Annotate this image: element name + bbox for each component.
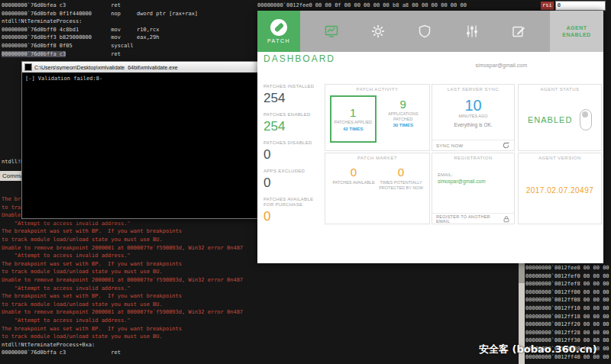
- panel-title: REGISTRATION: [432, 156, 514, 160]
- console-titlebar[interactable]: C:\Users\symeon\Desktop\xmlvalidate_64bi…: [22, 62, 257, 72]
- market-available-value: 0: [351, 166, 357, 179]
- panel-title: LAST SERVER SYNC: [432, 87, 514, 92]
- debugger-output-line: ntdll!NtTerminateProcess+0xa:: [2, 341, 243, 350]
- disasm-line: 00000000`76d0bff8 0f05 syscall: [2, 42, 198, 50]
- agent-version-panel: AGENT VERSION 2017.02.07.20497: [518, 153, 602, 224]
- market-patches-available: 0 PATCHES AVAILABLE: [331, 166, 377, 190]
- stat-label: PATCHES AVAILABLE FOR PURCHASE: [263, 197, 323, 208]
- debugger-output-line: to track module load/unload state you mu…: [2, 236, 243, 244]
- debugger-output-line: to track module load/unload state you mu…: [2, 301, 243, 309]
- sliders-icon[interactable]: [464, 24, 480, 39]
- memory-dump-line: 00000000`0012ff18 00 00 00 00 00: [525, 313, 611, 321]
- market-available-label: PATCHES AVAILABLE: [332, 180, 374, 185]
- page-title: DASHBOARD: [263, 53, 335, 64]
- debugger-command-output: The breakpoint was set with BP. If you w…: [2, 195, 243, 357]
- stat-label: PATCHES INSTALLED: [263, 84, 323, 89]
- registration-panel: REGISTRATION EMAIL: simospar@gmail.com R…: [432, 153, 515, 224]
- applications-patched-box: 9 APPLICATIONS PATCHED 30 TIMES: [382, 95, 425, 127]
- registration-footer: REGISTER TO ANOTHER EMAIL: [432, 213, 514, 224]
- registration-email: simospar@gmail.com: [438, 179, 509, 184]
- stats-column: PATCHES INSTALLED 254 PATCHES ENABLED 25…: [263, 84, 323, 230]
- console-window: C:\Users\symeon\Desktop\xmlvalidate_64bi…: [21, 61, 258, 219]
- register-name: rsi: [541, 2, 554, 10]
- register-another-email-button[interactable]: REGISTER TO ANOTHER EMAIL: [436, 214, 503, 224]
- watermark: 安全客 (bobao.360.cn): [479, 343, 597, 356]
- memory-top-line: 00000000`0012fee0 00 00 0f 00 00 00 00 0…: [257, 2, 538, 10]
- applications-patched-label: APPLICATIONS PATCHED: [382, 111, 425, 121]
- memory-dump-line: 00000000`0012fef8 00 00 00 00 00: [525, 280, 611, 288]
- register-icon[interactable]: [511, 24, 526, 39]
- market-protected-value: 0: [398, 166, 404, 179]
- applications-patched-times: 30 TIMES: [393, 123, 413, 127]
- debugger-output-line: Unable to remove breakpoint 2000001 at 0…: [2, 308, 243, 317]
- lock-icon: [503, 212, 510, 226]
- stat-patches-installed: PATCHES INSTALLED 254: [263, 84, 323, 105]
- registration-email-label: EMAIL:: [438, 172, 509, 177]
- disassembly-view: 00000000`76d0bfea c3 ret 00000000`76d0bf…: [2, 2, 198, 58]
- patch-market-body: 0 PATCHES AVAILABLE 0 TIMES POTENTIALLY …: [325, 160, 429, 190]
- agent-status-panel: AGENT STATUS ENABLED: [518, 84, 602, 151]
- agent-status-toggle[interactable]: [580, 109, 592, 130]
- shield-icon[interactable]: [417, 24, 432, 39]
- refresh-icon[interactable]: [502, 139, 510, 153]
- disasm-symbol-line: ntdll!NtTerminateProcess:: [2, 18, 198, 26]
- patch-market-panel: PATCH MARKET 0 PATCHES AVAILABLE 0 TIMES…: [325, 153, 430, 224]
- opatch-agent-window: PATCH AGENT ENABLED DASHBOARD simospar@g: [257, 11, 603, 263]
- debugger-output-line: Unable to remove breakpoint 2000001 at 0…: [2, 276, 243, 285]
- agent-status-body: ENABLED: [519, 92, 601, 148]
- stat-apps-excluded: APPS EXCLUDED 0: [263, 169, 323, 190]
- market-protected-label: TIMES POTENTIALLY PROTECTED BY NOW: [378, 180, 424, 190]
- disasm-current-line: 00000000`76d0bffa c3 ret: [2, 50, 198, 59]
- disasm-selection: 00000000`76d0bffa c3: [2, 51, 66, 57]
- memory-dump-line: 00000000`0012ff08 00 00 00 00 00: [525, 296, 611, 304]
- sync-footer: SYNC NOW: [432, 140, 514, 150]
- console-output-line: [-] Validation failed:8-: [25, 75, 254, 83]
- registration-body: EMAIL: simospar@gmail.com: [432, 172, 514, 184]
- debugger-output-line: to track module load/unload state you mu…: [2, 268, 243, 276]
- patches-applied-value: 1: [350, 107, 356, 119]
- stat-patches-enabled: PATCHES ENABLED 254: [263, 112, 323, 134]
- patches-applied-times: 42 TIMES: [343, 127, 364, 131]
- market-times-protected: 0 TIMES POTENTIALLY PROTECTED BY NOW: [378, 166, 424, 190]
- stat-label: PATCHES ENABLED: [263, 112, 323, 118]
- console-output: [-] Validation failed:8-: [22, 72, 257, 85]
- stat-value: 0: [263, 209, 323, 224]
- debugger-output-line: "Attempt to access invalid address.": [2, 317, 243, 325]
- debugger-output-line: The breakpoint was set with BP. If you w…: [2, 227, 243, 236]
- agent-enabled-badge-line2: ENABLED: [562, 31, 590, 38]
- agent-status-value: ENABLED: [528, 115, 572, 124]
- applications-patched-value: 9: [400, 98, 406, 111]
- sync-minutes-value: 10: [432, 98, 514, 113]
- dashboard-chart-icon[interactable]: [324, 24, 339, 39]
- register-pane: rsi 0: [541, 1, 606, 11]
- debugger-output-line: Unable to remove breakpoint 2000001 at 0…: [2, 244, 243, 253]
- patches-applied-box: 1 PATCHES APPLIED 42 TIMES: [330, 95, 377, 143]
- agent-enabled-badge[interactable]: AGENT ENABLED: [550, 11, 603, 52]
- debugger-output-line: The breakpoint was set with BP. If you w…: [2, 325, 243, 333]
- memory-dump-line: 00000000`0012fef0 00 00 00 00 00: [525, 272, 611, 281]
- command-window-tab[interactable]: Command: [0, 171, 24, 181]
- sync-minutes-unit: MINUTES AGO: [432, 114, 514, 118]
- patch-logo-tile[interactable]: PATCH: [257, 11, 300, 52]
- stat-patches-available-purchase: PATCHES AVAILABLE FOR PURCHASE 0: [263, 197, 323, 224]
- patch-logo-icon: [270, 19, 287, 36]
- disasm-line: 00000000`76d0bfea c3 ret: [2, 2, 198, 10]
- memory-dump-line: 00000000`0012fee8 00 00 00 00 00: [525, 264, 611, 272]
- stat-label: PATCHES DISABLED: [263, 140, 323, 146]
- memory-dump-line: 00000000`0012ff00 00 00 00 00 00: [525, 288, 611, 297]
- debugger-output-line: The breakpoint was set with BP. If you w…: [2, 292, 243, 301]
- sync-now-button[interactable]: SYNC NOW: [436, 143, 463, 148]
- disasm-line: 00000000`76d0bff3 b829000000 mov eax,29h: [2, 34, 198, 42]
- debugger-output-line: to track module load/unload state you mu…: [2, 333, 243, 341]
- patch-activity-panel: PATCH ACTIVITY 1 PATCHES APPLIED 42 TIME…: [325, 84, 430, 151]
- register-value-field[interactable]: 0: [555, 1, 606, 11]
- memory-scrollbar-thumb[interactable]: [519, 263, 525, 283]
- debugger-output-line: "Attempt to access invalid address.": [2, 220, 243, 228]
- stat-value: 254: [263, 91, 323, 105]
- debugger-output-line: "Attempt to access invalid address.": [2, 252, 243, 260]
- gear-icon[interactable]: [370, 24, 386, 39]
- debugger-output-line: "Attempt to access invalid address.": [2, 285, 243, 293]
- patch-activity-body: 1 PATCHES APPLIED 42 TIMES 9 APPLICATION…: [325, 92, 429, 147]
- stat-patches-disabled: PATCHES DISABLED 0: [263, 140, 323, 162]
- patch-logo-label: PATCH: [267, 38, 290, 43]
